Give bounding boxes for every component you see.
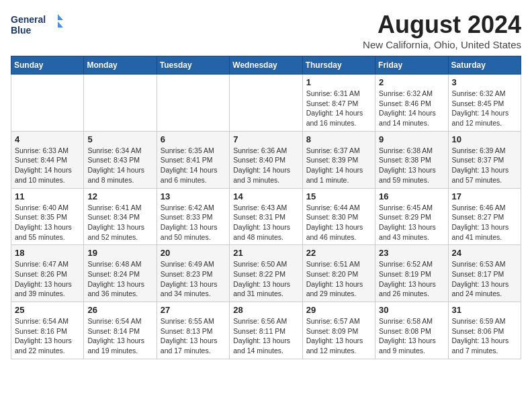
logo: General Blue [11,11,64,44]
day-number: 25 [15,305,80,315]
logo-svg: General Blue [11,11,64,44]
day-info: Sunrise: 6:38 AMSunset: 8:38 PMDaylight:… [379,146,444,185]
day-number: 14 [233,191,298,201]
day-info: Sunrise: 6:58 AMSunset: 8:08 PMDaylight:… [379,316,444,356]
day-info: Sunrise: 6:39 AMSunset: 8:37 PMDaylight:… [452,146,517,185]
week-row-1: 1 Sunrise: 6:31 AMSunset: 8:47 PMDayligh… [11,75,521,132]
day-number: 9 [379,134,444,144]
day-number: 22 [306,248,371,258]
calendar-cell: 30 Sunrise: 6:58 AMSunset: 8:08 PMDaylig… [375,302,448,359]
day-header-monday: Monday [84,56,157,75]
day-info: Sunrise: 6:33 AMSunset: 8:44 PMDaylight:… [15,146,80,185]
day-info: Sunrise: 6:35 AMSunset: 8:41 PMDaylight:… [161,146,226,185]
page-title: August 2024 [363,11,521,39]
calendar-cell: 17 Sunrise: 6:46 AMSunset: 8:27 PMDaylig… [448,188,521,245]
day-info: Sunrise: 6:42 AMSunset: 8:33 PMDaylight:… [161,203,226,242]
day-number: 11 [15,191,80,201]
day-info: Sunrise: 6:55 AMSunset: 8:13 PMDaylight:… [161,316,226,356]
day-number: 24 [452,248,517,258]
day-info: Sunrise: 6:36 AMSunset: 8:40 PMDaylight:… [233,146,298,185]
calendar-cell: 25 Sunrise: 6:54 AMSunset: 8:16 PMDaylig… [11,302,84,359]
day-number: 7 [233,134,298,144]
calendar-cell: 4 Sunrise: 6:33 AMSunset: 8:44 PMDayligh… [11,131,84,188]
day-info: Sunrise: 6:43 AMSunset: 8:31 PMDaylight:… [233,203,298,242]
day-number: 27 [161,305,226,315]
day-number: 18 [15,248,80,258]
week-row-4: 18 Sunrise: 6:47 AMSunset: 8:26 PMDaylig… [11,245,521,302]
day-number: 13 [161,191,226,201]
day-info: Sunrise: 6:53 AMSunset: 8:17 PMDaylight:… [452,259,517,299]
day-number: 2 [379,77,444,87]
day-info: Sunrise: 6:52 AMSunset: 8:19 PMDaylight:… [379,259,444,299]
day-number: 12 [87,191,152,201]
calendar-cell: 2 Sunrise: 6:32 AMSunset: 8:46 PMDayligh… [375,75,448,132]
day-header-tuesday: Tuesday [157,56,229,75]
day-number: 16 [379,191,444,201]
calendar-cell [11,75,84,132]
calendar-cell: 26 Sunrise: 6:54 AMSunset: 8:14 PMDaylig… [84,302,157,359]
calendar-cell: 12 Sunrise: 6:41 AMSunset: 8:34 PMDaylig… [84,188,157,245]
calendar-cell: 18 Sunrise: 6:47 AMSunset: 8:26 PMDaylig… [11,245,84,302]
week-row-3: 11 Sunrise: 6:40 AMSunset: 8:35 PMDaylig… [11,188,521,245]
calendar-cell: 10 Sunrise: 6:39 AMSunset: 8:37 PMDaylig… [448,131,521,188]
day-info: Sunrise: 6:47 AMSunset: 8:26 PMDaylight:… [15,259,80,299]
day-info: Sunrise: 6:48 AMSunset: 8:24 PMDaylight:… [87,259,152,299]
calendar-cell: 13 Sunrise: 6:42 AMSunset: 8:33 PMDaylig… [157,188,229,245]
calendar-cell: 27 Sunrise: 6:55 AMSunset: 8:13 PMDaylig… [157,302,229,359]
day-info: Sunrise: 6:41 AMSunset: 8:34 PMDaylight:… [87,203,152,242]
day-number: 20 [161,248,226,258]
day-info: Sunrise: 6:46 AMSunset: 8:27 PMDaylight:… [452,203,517,242]
day-number: 30 [379,305,444,315]
svg-marker-2 [58,14,63,20]
day-number: 5 [87,134,152,144]
day-info: Sunrise: 6:31 AMSunset: 8:47 PMDaylight:… [306,89,371,128]
calendar-cell: 11 Sunrise: 6:40 AMSunset: 8:35 PMDaylig… [11,188,84,245]
page-subtitle: New California, Ohio, United States [363,39,521,50]
day-info: Sunrise: 6:54 AMSunset: 8:14 PMDaylight:… [87,316,152,356]
calendar-cell [230,75,302,132]
day-number: 29 [306,305,371,315]
calendar-cell: 19 Sunrise: 6:48 AMSunset: 8:24 PMDaylig… [84,245,157,302]
calendar-cell: 3 Sunrise: 6:32 AMSunset: 8:45 PMDayligh… [448,75,521,132]
calendar-cell: 7 Sunrise: 6:36 AMSunset: 8:40 PMDayligh… [230,131,302,188]
day-number: 17 [452,191,517,201]
week-row-5: 25 Sunrise: 6:54 AMSunset: 8:16 PMDaylig… [11,302,521,359]
calendar-cell: 16 Sunrise: 6:45 AMSunset: 8:29 PMDaylig… [375,188,448,245]
day-info: Sunrise: 6:50 AMSunset: 8:22 PMDaylight:… [233,259,298,299]
day-header-wednesday: Wednesday [230,56,302,75]
day-info: Sunrise: 6:44 AMSunset: 8:30 PMDaylight:… [306,203,371,242]
day-number: 10 [452,134,517,144]
day-header-sunday: Sunday [11,56,84,75]
week-row-2: 4 Sunrise: 6:33 AMSunset: 8:44 PMDayligh… [11,131,521,188]
svg-text:General: General [11,14,46,25]
calendar-cell: 24 Sunrise: 6:53 AMSunset: 8:17 PMDaylig… [448,245,521,302]
day-info: Sunrise: 6:34 AMSunset: 8:43 PMDaylight:… [87,146,152,185]
calendar-cell: 15 Sunrise: 6:44 AMSunset: 8:30 PMDaylig… [302,188,375,245]
day-header-saturday: Saturday [448,56,521,75]
day-number: 21 [233,248,298,258]
title-area: August 2024 New California, Ohio, United… [363,11,521,50]
day-number: 23 [379,248,444,258]
calendar-table: SundayMondayTuesdayWednesdayThursdayFrid… [11,56,521,359]
day-info: Sunrise: 6:40 AMSunset: 8:35 PMDaylight:… [15,203,80,242]
calendar-cell: 1 Sunrise: 6:31 AMSunset: 8:47 PMDayligh… [302,75,375,132]
day-info: Sunrise: 6:45 AMSunset: 8:29 PMDaylight:… [379,203,444,242]
day-info: Sunrise: 6:37 AMSunset: 8:39 PMDaylight:… [306,146,371,185]
calendar-cell [84,75,157,132]
calendar-cell: 8 Sunrise: 6:37 AMSunset: 8:39 PMDayligh… [302,131,375,188]
calendar-cell: 14 Sunrise: 6:43 AMSunset: 8:31 PMDaylig… [230,188,302,245]
calendar-cell: 23 Sunrise: 6:52 AMSunset: 8:19 PMDaylig… [375,245,448,302]
day-number: 19 [87,248,152,258]
day-number: 26 [87,305,152,315]
svg-text:Blue: Blue [11,25,32,36]
day-info: Sunrise: 6:59 AMSunset: 8:06 PMDaylight:… [452,316,517,356]
calendar-cell: 29 Sunrise: 6:57 AMSunset: 8:09 PMDaylig… [302,302,375,359]
page-header: General Blue August 2024 New California,… [11,11,521,50]
calendar-cell: 5 Sunrise: 6:34 AMSunset: 8:43 PMDayligh… [84,131,157,188]
day-header-thursday: Thursday [302,56,375,75]
day-info: Sunrise: 6:32 AMSunset: 8:46 PMDaylight:… [379,89,444,128]
day-number: 31 [452,305,517,315]
day-info: Sunrise: 6:54 AMSunset: 8:16 PMDaylight:… [15,316,80,356]
calendar-cell: 6 Sunrise: 6:35 AMSunset: 8:41 PMDayligh… [157,131,229,188]
day-number: 28 [233,305,298,315]
